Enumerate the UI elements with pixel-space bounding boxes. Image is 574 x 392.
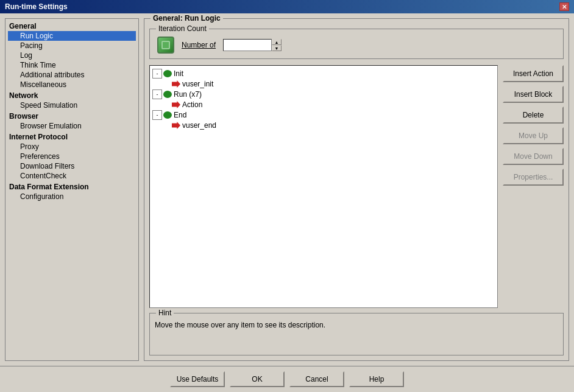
sidebar-item-miscellaneous[interactable]: Miscellaneous: [8, 80, 136, 89]
tree-node-label: End: [174, 111, 186, 119]
spin-down-button[interactable]: ▼: [272, 45, 282, 51]
iteration-value-input[interactable]: 7: [223, 39, 272, 51]
tree-red-icon: [172, 122, 180, 129]
sidebar-item-think-time[interactable]: Think Time: [8, 60, 136, 70]
move-down-button[interactable]: Move Down: [503, 148, 564, 165]
tree-node[interactable]: Action: [152, 100, 495, 110]
tree-expander[interactable]: -: [152, 110, 162, 120]
tree-node[interactable]: -End: [152, 110, 495, 121]
sidebar-group-label: Data Format Extension: [8, 182, 136, 192]
tree-green-icon: [163, 91, 172, 98]
tree-node[interactable]: -Run (x7): [152, 89, 495, 100]
hint-title: Hint: [156, 309, 174, 317]
tree-red-icon: [172, 101, 180, 108]
cancel-button[interactable]: Cancel: [289, 371, 344, 387]
sidebar-item-proxy[interactable]: Proxy: [8, 142, 136, 152]
iteration-title: Iteration Count: [156, 24, 209, 33]
sidebar-item-pacing[interactable]: Pacing: [8, 41, 136, 51]
sidebar-group: BrowserBrowser Emulation: [8, 111, 136, 131]
main-panel: General: Run Logic Iteration Count Numbe…: [144, 18, 569, 361]
sidebar-group: GeneralRun LogicPacingLogThink TimeAddit…: [8, 21, 136, 89]
main-group-box: General: Run Logic Iteration Count Numbe…: [144, 18, 569, 361]
delete-button[interactable]: Delete: [503, 107, 564, 124]
iteration-row: Number of 7 ▲ ▼: [157, 37, 556, 54]
close-button[interactable]: ✕: [559, 2, 569, 11]
number-of-label: Number of: [182, 41, 216, 49]
sidebar-item-preferences[interactable]: Preferences: [8, 152, 136, 161]
tree-expander[interactable]: -: [152, 89, 162, 99]
sidebar-item-configuration[interactable]: Configuration: [8, 192, 136, 201]
sidebar: GeneralRun LogicPacingLogThink TimeAddit…: [5, 18, 139, 361]
spin-up-button[interactable]: ▲: [272, 39, 282, 45]
sidebar-item-run-logic[interactable]: Run Logic: [8, 31, 136, 41]
sidebar-group-label: Network: [8, 91, 136, 100]
tree-node[interactable]: -Init: [152, 68, 495, 79]
tree-node-label: Run (x7): [174, 90, 202, 99]
tree-node-label: vuser_end: [182, 121, 216, 130]
tree-panel[interactable]: -Initvuser_init-Run (x7)Action-Endvuser_…: [149, 65, 498, 308]
tree-red-icon: [172, 80, 180, 88]
spin-input: 7 ▲ ▼: [223, 39, 282, 51]
sidebar-item-log[interactable]: Log: [8, 51, 136, 60]
iteration-section: Iteration Count Number of 7 ▲ ▼: [149, 29, 564, 59]
tree-node-label: vuser_init: [182, 80, 213, 88]
bottom-bar: Use Defaults OK Cancel Help: [0, 366, 574, 392]
tree-green-icon: [163, 111, 172, 119]
tree-node[interactable]: vuser_init: [152, 79, 495, 89]
move-up-button[interactable]: Move Up: [503, 127, 564, 144]
hint-text: Move the mouse over any item to see its …: [155, 321, 558, 329]
sidebar-item-contentcheck[interactable]: ContentCheck: [8, 171, 136, 181]
insert-block-button[interactable]: Insert Block: [503, 86, 564, 103]
action-buttons: Insert Action Insert Block Delete Move U…: [503, 65, 564, 308]
title-bar: Run-time Settings ✕: [0, 0, 574, 13]
content-area: -Initvuser_init-Run (x7)Action-Endvuser_…: [149, 65, 564, 308]
insert-action-button[interactable]: Insert Action: [503, 65, 564, 82]
iteration-inner-icon: [161, 41, 170, 49]
sidebar-item-download-filters[interactable]: Download Filters: [8, 161, 136, 171]
tree-green-icon: [163, 70, 172, 77]
properties-button[interactable]: Properties...: [503, 169, 564, 186]
hint-section: Hint Move the mouse over any item to see…: [149, 313, 564, 355]
spin-buttons: ▲ ▼: [272, 39, 282, 51]
tree-node-label: Action: [182, 100, 202, 109]
panel-title: General: Run Logic: [151, 14, 223, 23]
help-button[interactable]: Help: [349, 371, 404, 387]
dialog: GeneralRun LogicPacingLogThink TimeAddit…: [0, 13, 574, 392]
title-bar-text: Run-time Settings: [5, 2, 68, 11]
sidebar-group-label: Internet Protocol: [8, 132, 136, 142]
sidebar-group: Internet ProtocolProxyPreferencesDownloa…: [8, 132, 136, 181]
sidebar-group-label: General: [8, 21, 136, 31]
tree-node-label: Init: [174, 69, 183, 78]
sidebar-group: Data Format ExtensionConfiguration: [8, 182, 136, 201]
dialog-content: GeneralRun LogicPacingLogThink TimeAddit…: [0, 13, 574, 366]
sidebar-item-speed-simulation[interactable]: Speed Simulation: [8, 100, 136, 110]
sidebar-item-additional-attributes[interactable]: Additional attributes: [8, 70, 136, 80]
sidebar-group: NetworkSpeed Simulation: [8, 91, 136, 110]
sidebar-group-label: Browser: [8, 111, 136, 121]
sidebar-item-browser-emulation[interactable]: Browser Emulation: [8, 121, 136, 131]
iteration-icon: [157, 37, 174, 54]
use-defaults-button[interactable]: Use Defaults: [170, 371, 225, 387]
tree-node[interactable]: vuser_end: [152, 121, 495, 130]
tree-expander[interactable]: -: [152, 69, 162, 79]
ok-button[interactable]: OK: [230, 371, 285, 387]
